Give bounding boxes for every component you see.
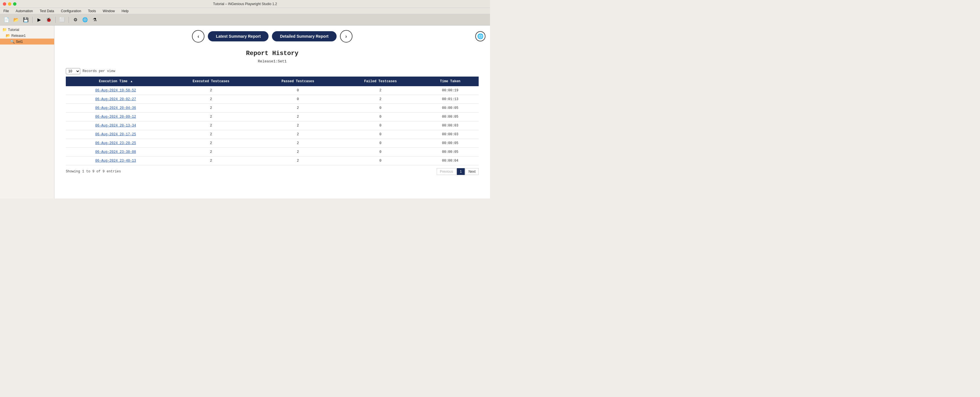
table-row: 06-Aug-2024 20-02-27 2 0 2 00:01:13: [66, 95, 479, 104]
records-per-view-label: Records per view: [83, 69, 115, 73]
run-button[interactable]: ▶: [35, 16, 43, 24]
col-executed-label: Executed Testcases: [192, 79, 229, 83]
new-file-button[interactable]: 📄: [2, 16, 11, 24]
prev-nav-button[interactable]: ‹: [192, 30, 204, 43]
execution-time-link[interactable]: 06-Aug-2024 19-58-52: [95, 89, 136, 92]
execution-time-link[interactable]: 06-Aug-2024 20-09-12: [95, 115, 136, 119]
execution-time-link[interactable]: 06-Aug-2024 20-04-36: [95, 106, 136, 110]
pagination-info: Showing 1 to 9 of 9 entries: [66, 170, 121, 173]
sidebar-item-release1[interactable]: 📂 Release1: [0, 33, 54, 38]
execution-time-cell[interactable]: 06-Aug-2024 19-58-52: [66, 86, 165, 95]
pagination-total: 9: [103, 170, 105, 173]
table-row: 06-Aug-2024 20-13-34 2 2 0 00:00:03: [66, 121, 479, 130]
menu-file[interactable]: File: [2, 8, 10, 14]
globe-button[interactable]: 🌐: [475, 31, 485, 41]
passed-cell: 2: [257, 139, 339, 148]
web-button[interactable]: 🌐: [81, 16, 89, 24]
settings-button[interactable]: ⚙: [71, 16, 80, 24]
pagination-controls: Previous 1 Next: [437, 168, 479, 175]
executed-cell: 2: [165, 157, 256, 165]
save-button[interactable]: 💾: [22, 16, 30, 24]
col-executed-testcases[interactable]: Executed Testcases: [165, 76, 256, 86]
showing-prefix: Showing: [66, 170, 80, 173]
pagination-to: 9: [92, 170, 94, 173]
execution-time-link[interactable]: 06-Aug-2024 23-38-08: [95, 150, 136, 154]
window-title: Tutorial – INGenious Playwright Studio 1…: [213, 2, 277, 6]
col-execution-time[interactable]: Execution Time ▲: [66, 76, 165, 86]
maximize-button[interactable]: [13, 2, 16, 6]
time-taken-cell: 00:00:03: [422, 121, 479, 130]
table-row: 06-Aug-2024 20-09-12 2 2 0 00:00:05: [66, 113, 479, 121]
sidebar-item-tutorial[interactable]: 📁 Tutorial: [0, 27, 54, 33]
tutorial-icon: 📁: [2, 27, 7, 32]
sidebar-item-release1-label: Release1: [11, 34, 26, 38]
execution-time-cell[interactable]: 06-Aug-2024 20-17-25: [66, 130, 165, 139]
traffic-lights: [3, 2, 16, 6]
debug-button[interactable]: 🐞: [45, 16, 53, 24]
time-taken-cell: 00:00:05: [422, 148, 479, 157]
records-per-view-select[interactable]: 10 25 50 100: [66, 68, 80, 74]
open-button[interactable]: 📂: [12, 16, 21, 24]
time-taken-cell: 00:00:04: [422, 157, 479, 165]
toolbar: 📄 📂 💾 ▶ 🐞 ⬜ ⚙ 🌐 ⚗: [0, 14, 490, 25]
table-row: 06-Aug-2024 23-38-08 2 2 0 00:00:05: [66, 148, 479, 157]
menu-window[interactable]: Window: [102, 8, 116, 14]
col-time-taken[interactable]: Time Taken: [422, 76, 479, 86]
executed-cell: 2: [165, 121, 256, 130]
time-taken-cell: 00:00:19: [422, 86, 479, 95]
chevron-right-icon: ›: [345, 33, 347, 40]
page-1-button[interactable]: 1: [457, 168, 465, 175]
failed-cell: 0: [339, 130, 422, 139]
sidebar-item-set1[interactable]: 🔍 Set1: [0, 38, 54, 44]
menu-help[interactable]: Help: [121, 8, 130, 14]
time-taken-cell: 00:00:03: [422, 130, 479, 139]
col-time-taken-label: Time Taken: [440, 79, 460, 83]
execution-time-link[interactable]: 06-Aug-2024 23-20-25: [95, 141, 136, 145]
col-passed-testcases[interactable]: Passed Testcases: [257, 76, 339, 86]
report-subtitle: Release1:Set1: [66, 59, 479, 64]
failed-cell: 0: [339, 121, 422, 130]
menu-automation[interactable]: Automation: [14, 8, 34, 14]
minimize-button[interactable]: [8, 2, 11, 6]
time-taken-cell: 00:01:13: [422, 95, 479, 104]
executed-cell: 2: [165, 86, 256, 95]
close-button[interactable]: [3, 2, 6, 6]
passed-cell: 2: [257, 121, 339, 130]
content-area: ‹ Latest Summary Report Detailed Summary…: [54, 25, 490, 198]
executed-cell: 2: [165, 130, 256, 139]
passed-cell: 2: [257, 148, 339, 157]
execution-time-cell[interactable]: 06-Aug-2024 20-09-12: [66, 113, 165, 121]
latest-summary-report-button[interactable]: Latest Summary Report: [208, 31, 269, 41]
execution-time-cell[interactable]: 06-Aug-2024 23-38-08: [66, 148, 165, 157]
menu-configuration[interactable]: Configuration: [60, 8, 82, 14]
separator-2: [55, 17, 56, 23]
execution-time-link[interactable]: 06-Aug-2024 20-13-34: [95, 124, 136, 128]
report-content: Report History Release1:Set1 10 25 50 10…: [54, 47, 490, 182]
execution-time-cell[interactable]: 06-Aug-2024 20-04-36: [66, 104, 165, 113]
execution-time-link[interactable]: 06-Aug-2024 20-02-27: [95, 97, 136, 101]
execution-time-link[interactable]: 06-Aug-2024 23-40-13: [95, 159, 136, 163]
detailed-summary-report-button[interactable]: Detailed Summary Report: [272, 31, 336, 41]
execution-time-cell[interactable]: 06-Aug-2024 23-40-13: [66, 157, 165, 165]
globe-icon: 🌐: [477, 33, 484, 40]
records-bar: 10 25 50 100 Records per view: [66, 68, 479, 74]
execution-time-cell[interactable]: 06-Aug-2024 20-13-34: [66, 121, 165, 130]
menu-tools[interactable]: Tools: [87, 8, 97, 14]
time-taken-cell: 00:00:05: [422, 104, 479, 113]
executed-cell: 2: [165, 104, 256, 113]
report-nav: ‹ Latest Summary Report Detailed Summary…: [54, 25, 490, 47]
execution-time-cell[interactable]: 06-Aug-2024 23-20-25: [66, 139, 165, 148]
flask-button[interactable]: ⚗: [91, 16, 99, 24]
failed-cell: 2: [339, 95, 422, 104]
crop-button[interactable]: ⬜: [58, 16, 66, 24]
execution-time-cell[interactable]: 06-Aug-2024 20-02-27: [66, 95, 165, 104]
next-nav-button[interactable]: ›: [340, 30, 352, 43]
col-failed-testcases[interactable]: Failed Testcases: [339, 76, 422, 86]
menu-test-data[interactable]: Test Data: [38, 8, 55, 14]
col-execution-time-label: Execution Time: [99, 79, 127, 83]
failed-cell: 2: [339, 86, 422, 95]
next-page-button[interactable]: Next: [465, 168, 479, 175]
execution-time-link[interactable]: 06-Aug-2024 20-17-25: [95, 132, 136, 137]
sort-arrow-icon: ▲: [131, 80, 132, 83]
prev-page-button[interactable]: Previous: [437, 168, 456, 175]
